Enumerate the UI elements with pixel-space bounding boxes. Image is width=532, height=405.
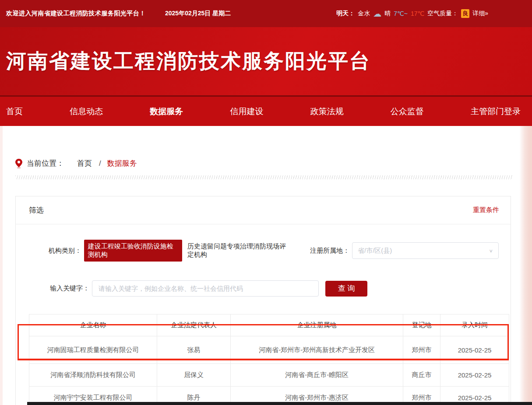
region-label: 注册所属地： bbox=[289, 247, 349, 255]
table-cell: 郑州市 bbox=[403, 336, 440, 364]
weather-widget: 明天： 金水 ☁ 晴 7℃~ 17℃ 空气质量： 良 详细» bbox=[336, 9, 488, 18]
table-header-cell: 录入时间 bbox=[440, 314, 509, 336]
weather-label: 明天： bbox=[336, 10, 355, 17]
table-cell: 河南省-郑州市-郑州高新技术产业开发区 bbox=[231, 336, 403, 364]
table-cell: 张易 bbox=[157, 336, 231, 364]
breadcrumb-label: 当前位置： bbox=[27, 158, 64, 168]
weather-detail-link[interactable]: 详细» bbox=[472, 10, 488, 17]
nav-item-3[interactable]: 数据服务 bbox=[150, 106, 183, 117]
nav-item-2[interactable]: 信息动态 bbox=[70, 106, 103, 117]
search-button[interactable]: 查 询 bbox=[325, 281, 367, 297]
welcome-text: 欢迎进入河南省建设工程消防技术服务阳光平台！ bbox=[6, 10, 146, 17]
category-option-2[interactable]: 历史遗留问题专项治理消防现场评定机构 bbox=[187, 242, 289, 259]
nav-item-1[interactable]: 首页 bbox=[6, 106, 23, 117]
region-select-placeholder: 省/市/区(县) bbox=[358, 247, 489, 255]
results-table: 企业名称企业法定代表人企业注册属地登记地录入时间 河南固瑞工程质量检测有限公司张… bbox=[29, 314, 509, 405]
table-cell: 2025-02-25 bbox=[440, 364, 509, 387]
date-text: 2025年02月25日 星期二 bbox=[165, 10, 231, 17]
aqi-badge: 良 bbox=[461, 9, 469, 18]
keyword-label: 输入关键字： bbox=[29, 284, 89, 293]
region-select[interactable]: 省/市/区(县) ∨ bbox=[352, 242, 499, 259]
filter-title: 筛选 bbox=[29, 205, 44, 215]
keyword-input[interactable] bbox=[92, 280, 319, 297]
breadcrumb-separator: / bbox=[99, 159, 101, 168]
table-cell: 河南省泽顺消防科技有限公司 bbox=[29, 364, 157, 387]
breadcrumb-current-link[interactable]: 数据服务 bbox=[107, 158, 137, 168]
table-cell: 商丘市 bbox=[403, 364, 440, 387]
slash-divider bbox=[15, 175, 512, 179]
table-cell: 河南固瑞工程质量检测有限公司 bbox=[29, 336, 157, 364]
table-header-cell: 企业注册属地 bbox=[231, 314, 403, 336]
main-content: 当前位置： 首页 / 数据服务 筛选 重置条件 机构类别： 建设工程竣工验收消防… bbox=[0, 126, 532, 405]
filter-card: 筛选 重置条件 机构类别： 建设工程竣工验收消防设施检测机构历史遗留问题专项治理… bbox=[15, 196, 511, 405]
cloud-icon: ☁ bbox=[373, 10, 381, 18]
region-filter-group: 注册所属地： 省/市/区(县) ∨ bbox=[289, 242, 499, 259]
table-row-1: 河南固瑞工程质量检测有限公司张易河南省-郑州市-郑州高新技术产业开发区郑州市20… bbox=[29, 336, 509, 364]
nav-item-4[interactable]: 信用建设 bbox=[230, 106, 263, 117]
keyword-filter-row: 输入关键字： 查 询 bbox=[16, 280, 511, 297]
reset-filters-link[interactable]: 重置条件 bbox=[473, 206, 499, 214]
bottom-dark-edge bbox=[27, 402, 532, 405]
nav-item-6[interactable]: 公众监督 bbox=[391, 106, 424, 117]
nav-item-7[interactable]: 主管部门登录 bbox=[471, 106, 521, 117]
category-label: 机构类别： bbox=[29, 247, 81, 255]
temp-high: 17℃ bbox=[411, 10, 424, 17]
category-option-1[interactable]: 建设工程竣工验收消防设施检测机构 bbox=[84, 240, 182, 262]
main-nav: 首页信息动态数据服务信用建设政策法规公众监督主管部门登录 bbox=[0, 95, 532, 126]
nav-item-5[interactable]: 政策法规 bbox=[310, 106, 344, 117]
table-cell: 河南省-商丘市-睢阳区 bbox=[231, 364, 403, 387]
location-pin-icon bbox=[15, 159, 22, 168]
filter-card-header: 筛选 重置条件 bbox=[16, 196, 511, 224]
temp-low: 7℃~ bbox=[394, 10, 408, 17]
table-cell: 屈保义 bbox=[157, 364, 231, 387]
category-options: 建设工程竣工验收消防设施检测机构历史遗留问题专项治理消防现场评定机构 bbox=[84, 240, 289, 262]
table-cell: 2025-02-25 bbox=[440, 336, 509, 364]
table-header-cell: 企业名称 bbox=[29, 314, 157, 336]
top-bar: 欢迎进入河南省建设工程消防技术服务阳光平台！ 2025年02月25日 星期二 明… bbox=[0, 0, 532, 27]
table-row-2: 河南省泽顺消防科技有限公司屈保义河南省-商丘市-睢阳区商丘市2025-02-25 bbox=[29, 364, 509, 387]
table-header-row: 企业名称企业法定代表人企业注册属地登记地录入时间 bbox=[29, 314, 509, 336]
table-header-cell: 登记地 bbox=[403, 314, 440, 336]
page: 欢迎进入河南省建设工程消防技术服务阳光平台！ 2025年02月25日 星期二 明… bbox=[0, 0, 532, 405]
table-header-cell: 企业法定代表人 bbox=[157, 314, 231, 336]
table-body: 河南固瑞工程质量检测有限公司张易河南省-郑州市-郑州高新技术产业开发区郑州市20… bbox=[29, 336, 509, 405]
weather-condition: 晴 bbox=[384, 10, 391, 17]
breadcrumb: 当前位置： 首页 / 数据服务 bbox=[0, 126, 532, 168]
category-filter-row: 机构类别： 建设工程竣工验收消防设施检测机构历史遗留问题专项治理消防现场评定机构… bbox=[16, 240, 511, 262]
site-banner: 河南省建设工程消防技术服务阳光平台 bbox=[0, 27, 532, 95]
aqi-label: 空气质量： bbox=[427, 10, 458, 17]
breadcrumb-home-link[interactable]: 首页 bbox=[77, 158, 92, 168]
chevron-down-icon: ∨ bbox=[489, 248, 493, 253]
weather-location: 金水 bbox=[358, 10, 370, 17]
site-title: 河南省建设工程消防技术服务阳光平台 bbox=[6, 48, 371, 75]
